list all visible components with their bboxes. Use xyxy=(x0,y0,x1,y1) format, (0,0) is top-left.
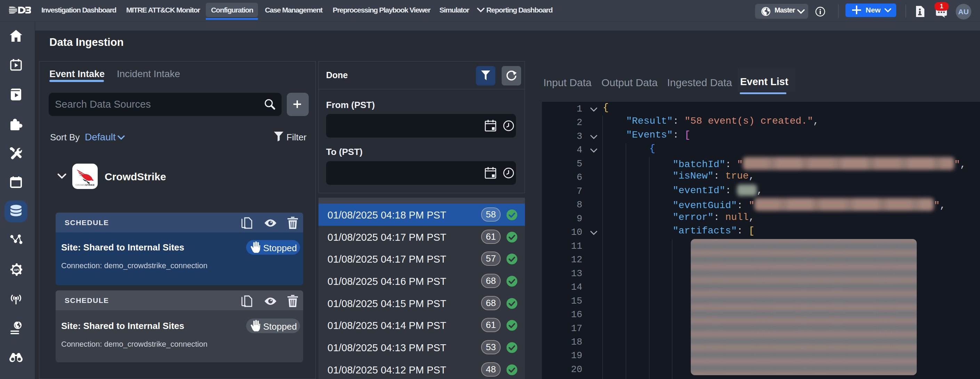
svg-text:CROWDSTRIKE: CROWDSTRIKE xyxy=(75,184,95,186)
svg-text:API: API xyxy=(14,268,19,272)
